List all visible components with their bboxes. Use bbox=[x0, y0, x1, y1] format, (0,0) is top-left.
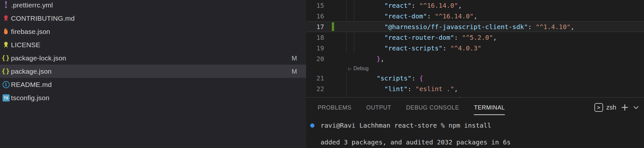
code-line[interactable]: 18 "react-router-dom": "^5.2.0", bbox=[306, 32, 644, 43]
code-line[interactable]: 16 "react-dom": "^16.14.0", bbox=[306, 11, 644, 21]
codelens-row: ▷Debug bbox=[306, 64, 644, 73]
code-text: "react": "^16.14.0", bbox=[329, 2, 462, 9]
file-name: LICENSE bbox=[11, 41, 40, 49]
code-token: "react-scripts" bbox=[384, 44, 443, 52]
git-modified-badge: M bbox=[292, 68, 297, 75]
code-token: , bbox=[474, 12, 477, 20]
terminal-icon: > bbox=[594, 103, 603, 112]
terminal-blank-line bbox=[321, 130, 644, 138]
file-name: firebase.json bbox=[11, 28, 50, 36]
code-token: : bbox=[454, 34, 462, 41]
file-list: ! .prettierrc.yml CONTRIBUTING.md fireba… bbox=[0, 0, 306, 104]
file-name: README.md bbox=[11, 81, 52, 89]
file-row-firebase[interactable]: firebase.json bbox=[0, 25, 306, 38]
codelens-debug-link[interactable]: ▷Debug bbox=[348, 66, 369, 71]
line-number: 19 bbox=[306, 44, 329, 52]
file-row-package-lock[interactable]: {} package-lock.json M bbox=[0, 51, 306, 65]
code-text: "lint": "eslint .", bbox=[329, 85, 458, 93]
shell-name-label: zsh bbox=[606, 104, 616, 111]
code-text: "react-dom": "^16.14.0", bbox=[329, 12, 477, 20]
code-line[interactable]: 15 "react": "^16.14.0", bbox=[306, 0, 644, 11]
file-row-contributing[interactable]: CONTRIBUTING.md bbox=[0, 12, 306, 25]
code-line[interactable]: 22 "lint": "eslint .", bbox=[306, 83, 644, 94]
code-token: "@harnessio/ff-javascript-client-sdk" bbox=[384, 23, 528, 31]
code-editor[interactable]: 15 "react": "^16.14.0", 16 "react-dom": … bbox=[306, 0, 644, 97]
code-line-clipped[interactable]: 23 "start": "react-scripts start", bbox=[306, 94, 644, 97]
code-token: "^4.0.3" bbox=[450, 44, 481, 52]
code-token: : bbox=[411, 96, 419, 98]
line-number: 22 bbox=[306, 85, 329, 93]
braces-icon: {} bbox=[2, 54, 10, 62]
file-name: package-lock.json bbox=[11, 54, 66, 62]
code-token: "start" bbox=[384, 96, 411, 98]
tab-terminal[interactable]: TERMINAL bbox=[474, 100, 505, 115]
flame-icon-svg bbox=[3, 28, 9, 35]
code-token: , bbox=[493, 34, 497, 41]
main-column: 15 "react": "^16.14.0", 16 "react-dom": … bbox=[306, 0, 644, 148]
file-name: package.json bbox=[11, 68, 52, 75]
flame-icon bbox=[2, 27, 10, 36]
file-row-readme[interactable]: i README.md bbox=[0, 78, 306, 91]
terminal-content[interactable]: ravi@Ravi Lachhman react-store % npm ins… bbox=[306, 117, 644, 148]
file-row-tsconfig[interactable]: TS tsconfig.json bbox=[0, 91, 306, 104]
code-token: , bbox=[571, 23, 574, 31]
tab-problems[interactable]: PROBLEMS bbox=[318, 100, 351, 115]
git-modified-gutter-bar bbox=[332, 22, 334, 31]
code-token: : bbox=[443, 44, 450, 52]
terminal-output-line: added 3 packages, and audited 2032 packa… bbox=[321, 138, 644, 146]
bottom-panel: PROBLEMS OUTPUT DEBUG CONSOLE TERMINAL >… bbox=[306, 97, 644, 148]
line-number: 18 bbox=[306, 34, 329, 41]
code-token: : bbox=[427, 12, 435, 20]
chevron-down-icon[interactable] bbox=[634, 104, 639, 109]
tab-debug-console[interactable]: DEBUG CONSOLE bbox=[406, 100, 459, 115]
ribbon-icon-svg bbox=[3, 15, 9, 22]
code-text: "start": "react-scripts start", bbox=[329, 96, 505, 98]
file-name: CONTRIBUTING.md bbox=[11, 15, 75, 22]
file-name: .prettierrc.yml bbox=[11, 1, 53, 9]
line-number: 23 bbox=[306, 96, 329, 98]
code-token: : bbox=[528, 23, 536, 31]
code-token: { bbox=[419, 74, 423, 82]
code-token: : bbox=[408, 85, 415, 93]
code-text: }, bbox=[329, 55, 384, 63]
ribbon-icon bbox=[2, 41, 10, 49]
code-line[interactable]: 21 "scripts": { bbox=[306, 73, 644, 83]
braces-icon: {} bbox=[2, 67, 10, 76]
code-token: , bbox=[380, 55, 384, 63]
code-token: "react" bbox=[384, 2, 411, 9]
code-token: , bbox=[454, 85, 458, 93]
info-icon: i bbox=[2, 80, 10, 89]
code-token: "react-router-dom" bbox=[384, 34, 454, 41]
code-line[interactable]: 20 }, bbox=[306, 53, 644, 64]
code-token: : bbox=[411, 2, 419, 9]
file-row-license[interactable]: LICENSE bbox=[0, 38, 306, 51]
ribbon-icon bbox=[2, 14, 10, 23]
code-text: "react-scripts": "^4.0.3" bbox=[329, 44, 481, 52]
ribbon-icon-svg bbox=[3, 41, 9, 48]
new-terminal-button[interactable]: + bbox=[621, 102, 629, 112]
file-row-prettierrc[interactable]: ! .prettierrc.yml bbox=[0, 0, 306, 12]
panel-tab-bar: PROBLEMS OUTPUT DEBUG CONSOLE TERMINAL >… bbox=[306, 98, 644, 117]
explorer-sidebar: ! .prettierrc.yml CONTRIBUTING.md fireba… bbox=[0, 0, 306, 148]
line-number: 20 bbox=[306, 55, 329, 63]
code-line-current[interactable]: 17 "@harnessio/ff-javascript-client-sdk"… bbox=[306, 21, 644, 32]
code-token: "react-scripts start" bbox=[419, 96, 501, 98]
line-number: 15 bbox=[306, 2, 329, 9]
code-token: } bbox=[377, 55, 380, 63]
code-token: , bbox=[501, 96, 505, 98]
line-number: 17 bbox=[306, 23, 329, 31]
code-token: "react-dom" bbox=[384, 12, 427, 20]
exclamation-icon: ! bbox=[2, 1, 10, 9]
code-text: "@harnessio/ff-javascript-client-sdk": "… bbox=[329, 23, 574, 31]
panel-actions: > zsh + bbox=[594, 102, 637, 112]
code-token: "^5.2.0" bbox=[462, 34, 493, 41]
tab-output[interactable]: OUTPUT bbox=[366, 100, 391, 115]
terminal-session-selector[interactable]: > zsh bbox=[594, 103, 616, 112]
code-token: : bbox=[411, 74, 419, 82]
code-line[interactable]: 19 "react-scripts": "^4.0.3" bbox=[306, 43, 644, 53]
code-token: "^16.14.0" bbox=[435, 12, 474, 20]
git-modified-badge: M bbox=[292, 54, 297, 62]
code-token: "eslint ." bbox=[415, 85, 454, 93]
code-token: "lint" bbox=[384, 85, 408, 93]
file-row-package-json[interactable]: {} package.json M bbox=[0, 65, 306, 78]
